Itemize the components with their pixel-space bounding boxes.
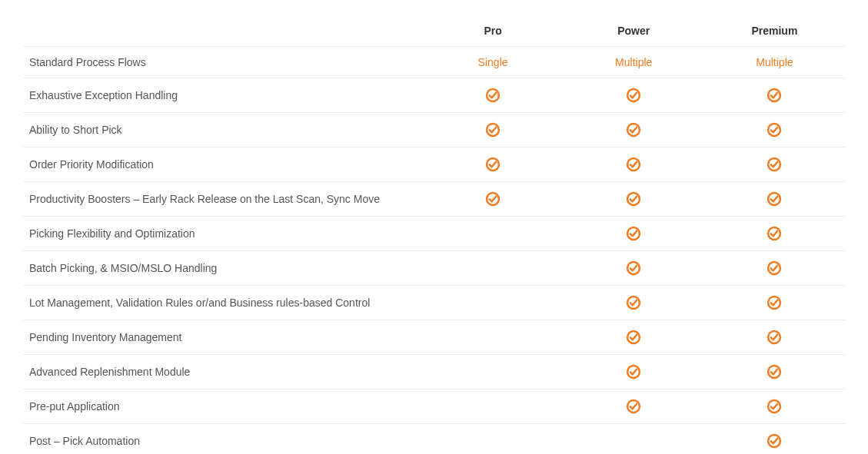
check-icon	[767, 260, 782, 276]
check-icon	[767, 399, 782, 414]
check-icon	[626, 122, 641, 138]
check-icon	[626, 157, 641, 172]
feature-label: Productivity Boosters – Early Rack Relea…	[23, 182, 423, 217]
check-icon	[626, 330, 641, 345]
plan-cell	[704, 320, 845, 355]
plan-cell	[564, 320, 704, 355]
feature-label: Standard Process Flows	[23, 47, 423, 78]
feature-label: Pre-put Application	[23, 389, 423, 424]
plan-cell	[564, 113, 704, 147]
plan-cell	[564, 424, 704, 455]
plan-cell	[423, 355, 564, 389]
feature-label: Picking Flexibility and Optimization	[23, 217, 423, 251]
table-body: Standard Process FlowsSingleMultipleMult…	[23, 47, 845, 455]
plan-cell: Single	[423, 47, 564, 78]
check-icon	[767, 364, 782, 379]
plan-cell	[564, 182, 704, 217]
check-icon	[767, 122, 782, 138]
plan-header: Power	[564, 15, 704, 47]
plan-cell	[704, 78, 845, 113]
plan-cell	[423, 320, 564, 355]
plan-cell	[704, 217, 845, 251]
table-row: Lot Management, Validation Rules or/and …	[23, 286, 845, 320]
plan-cell-text: Single	[478, 56, 508, 68]
plan-cell	[564, 286, 704, 320]
plan-header: Pro	[423, 15, 564, 47]
check-icon	[626, 191, 641, 207]
plan-cell	[423, 286, 564, 320]
plan-cell	[704, 286, 845, 320]
table-row: Post – Pick Automation	[23, 424, 845, 455]
plan-cell: Multiple	[564, 47, 704, 78]
check-icon	[485, 88, 501, 103]
plan-header: Premium	[704, 15, 845, 47]
plan-cell	[704, 424, 845, 455]
plan-cell	[423, 424, 564, 455]
plan-cell	[704, 113, 845, 147]
check-icon	[767, 157, 782, 172]
feature-label: Ability to Short Pick	[23, 113, 423, 147]
table-row: Order Priority Modification	[23, 147, 845, 182]
plan-cell	[704, 355, 845, 389]
plan-cell	[564, 78, 704, 113]
check-icon	[767, 295, 782, 310]
plan-cell	[564, 147, 704, 182]
plan-cell	[704, 182, 845, 217]
table-row: Advanced Replenishment Module	[23, 355, 845, 389]
check-icon	[626, 88, 641, 103]
plan-cell	[423, 147, 564, 182]
plan-cell	[423, 182, 564, 217]
plan-cell	[704, 251, 845, 286]
table-row: Ability to Short Pick	[23, 113, 845, 147]
plan-cell	[704, 389, 845, 424]
check-icon	[485, 157, 501, 172]
plan-cell: Multiple	[704, 47, 845, 78]
plan-cell	[423, 113, 564, 147]
table-row: Picking Flexibility and Optimization	[23, 217, 845, 251]
plan-cell	[423, 78, 564, 113]
feature-label: Batch Picking, & MSIO/MSLO Handling	[23, 251, 423, 286]
plan-cell-text: Multiple	[615, 56, 652, 68]
check-icon	[626, 260, 641, 276]
feature-label: Exhaustive Exception Handling	[23, 78, 423, 113]
plan-cell	[564, 251, 704, 286]
feature-label: Advanced Replenishment Module	[23, 355, 423, 389]
plan-cell	[423, 251, 564, 286]
check-icon	[767, 433, 782, 449]
feature-label: Post – Pick Automation	[23, 424, 423, 455]
check-icon	[767, 330, 782, 345]
table-row: Pending Inventory Management	[23, 320, 845, 355]
feature-comparison-table: ProPowerPremium Standard Process FlowsSi…	[23, 15, 845, 454]
table-row: Batch Picking, & MSIO/MSLO Handling	[23, 251, 845, 286]
feature-label: Lot Management, Validation Rules or/and …	[23, 286, 423, 320]
check-icon	[626, 399, 641, 414]
plan-cell	[564, 389, 704, 424]
header-feature-blank	[23, 15, 423, 47]
table-row: Productivity Boosters – Early Rack Relea…	[23, 182, 845, 217]
check-icon	[767, 191, 782, 207]
table-header-row: ProPowerPremium	[23, 15, 845, 47]
plan-cell-text: Multiple	[756, 56, 793, 68]
plan-cell	[423, 217, 564, 251]
table-row: Pre-put Application	[23, 389, 845, 424]
check-icon	[485, 122, 501, 138]
feature-label: Pending Inventory Management	[23, 320, 423, 355]
check-icon	[767, 88, 782, 103]
check-icon	[767, 226, 782, 241]
plan-cell	[423, 389, 564, 424]
plan-cell	[564, 217, 704, 251]
plan-cell	[564, 355, 704, 389]
table-row: Standard Process FlowsSingleMultipleMult…	[23, 47, 845, 78]
plan-cell	[704, 147, 845, 182]
feature-label: Order Priority Modification	[23, 147, 423, 182]
check-icon	[485, 191, 501, 207]
check-icon	[626, 226, 641, 241]
check-icon	[626, 295, 641, 310]
table-row: Exhaustive Exception Handling	[23, 78, 845, 113]
check-icon	[626, 364, 641, 379]
